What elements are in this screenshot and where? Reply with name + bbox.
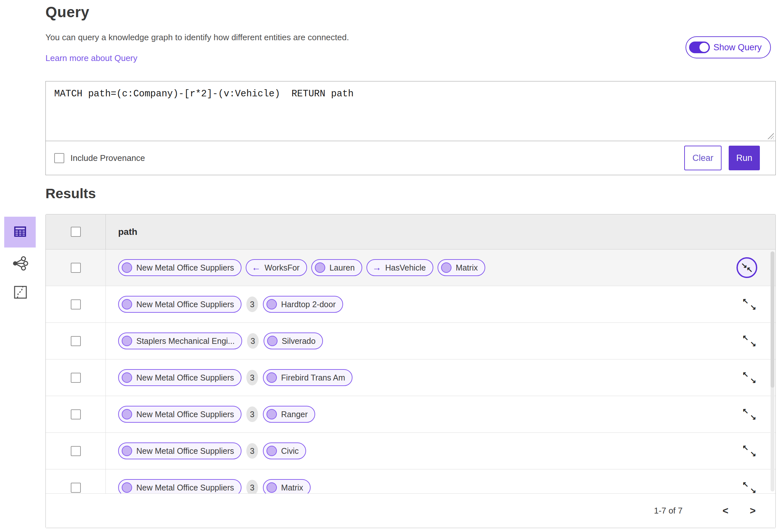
- node-pill[interactable]: Matrix: [437, 259, 485, 276]
- query-page: Query You can query a knowledge graph to…: [0, 0, 779, 532]
- node-pill[interactable]: Staplers Mechanical Engi...: [118, 332, 242, 349]
- table-row[interactable]: New Metal Office Suppliers 3 Matrix ↖ ↘: [46, 469, 775, 493]
- arrow-nw-icon: ↖: [742, 334, 748, 342]
- table-row[interactable]: New Metal Office Suppliers ← WorksFor La…: [46, 250, 775, 286]
- table-row[interactable]: New Metal Office Suppliers 3 Civic ↖ ↘: [46, 433, 775, 469]
- path-cell: Staplers Mechanical Engi... 3 Silverado …: [106, 323, 775, 359]
- node-pill[interactable]: Civic: [263, 443, 306, 459]
- expand-row-button[interactable]: ↖ ↘: [742, 406, 757, 422]
- arrow-right-icon: →: [372, 263, 381, 272]
- node-icon: [122, 262, 132, 273]
- graph-view-button[interactable]: [11, 255, 29, 273]
- pagination-range: 1-7 of 7: [654, 506, 682, 516]
- map-icon: [13, 284, 28, 302]
- row-checkbox-cell: [46, 396, 106, 433]
- row-checkbox-cell: [46, 250, 106, 286]
- pill-label: New Metal Office Suppliers: [136, 483, 234, 492]
- table-row[interactable]: New Metal Office Suppliers 3 Ranger ↖ ↘: [46, 396, 775, 433]
- node-pill[interactable]: New Metal Office Suppliers: [118, 296, 241, 313]
- count-badge[interactable]: 3: [246, 480, 258, 493]
- show-query-label: Show Query: [713, 43, 762, 53]
- table-body: New Metal Office Suppliers ← WorksFor La…: [46, 250, 775, 493]
- table-row[interactable]: New Metal Office Suppliers 3 Firebird Tr…: [46, 359, 775, 396]
- table-icon: [14, 225, 26, 239]
- include-provenance-checkbox[interactable]: [54, 153, 64, 163]
- expand-row-button[interactable]: ↖ ↘: [742, 296, 757, 312]
- node-pill[interactable]: Ranger: [263, 406, 315, 423]
- node-icon: [122, 336, 132, 346]
- table-scrollbar[interactable]: [771, 251, 774, 491]
- select-all-cell: [46, 214, 106, 249]
- count-badge[interactable]: 3: [247, 333, 259, 349]
- pill-label: Civic: [281, 446, 299, 456]
- path-cell: New Metal Office Suppliers 3 Civic ↖ ↘: [106, 433, 775, 469]
- row-checkbox[interactable]: [71, 373, 81, 383]
- node-icon: [267, 336, 278, 346]
- node-pill[interactable]: New Metal Office Suppliers: [118, 479, 241, 493]
- show-query-toggle[interactable]: Show Query: [685, 36, 771, 58]
- chevron-left-icon: <: [723, 505, 728, 517]
- node-pill[interactable]: New Metal Office Suppliers: [118, 259, 241, 276]
- edge-pill[interactable]: ← WorksFor: [246, 259, 307, 276]
- scrollbar-thumb[interactable]: [771, 251, 774, 388]
- table-row[interactable]: Staplers Mechanical Engi... 3 Silverado …: [46, 323, 775, 359]
- expand-row-button[interactable]: ↖ ↘: [742, 370, 757, 385]
- count-badge[interactable]: 3: [246, 443, 258, 459]
- count-badge[interactable]: 3: [246, 296, 258, 312]
- table-row[interactable]: New Metal Office Suppliers 3 Hardtop 2-d…: [46, 286, 775, 323]
- row-checkbox[interactable]: [71, 483, 81, 493]
- arrow-nw-icon: ↖: [742, 481, 748, 488]
- collapse-row-button[interactable]: ↘ ↖: [736, 257, 757, 278]
- count-badge[interactable]: 3: [246, 406, 258, 422]
- row-checkbox-cell: [46, 286, 106, 322]
- node-pill[interactable]: Firebird Trans Am: [263, 369, 353, 386]
- pill-label: Matrix: [456, 263, 478, 272]
- expand-row-button[interactable]: ↖ ↘: [742, 443, 757, 459]
- resize-handle-icon[interactable]: [767, 132, 774, 139]
- row-checkbox[interactable]: [71, 409, 81, 419]
- query-actions: Clear Run: [684, 146, 760, 170]
- arrow-nw-icon: ↖: [742, 297, 748, 305]
- query-text: MATCH path=(c:Company)-[r*2]-(v:Vehicle)…: [54, 88, 354, 99]
- row-checkbox[interactable]: [71, 336, 81, 346]
- pagination-next-button[interactable]: >: [745, 504, 760, 518]
- row-checkbox[interactable]: [71, 300, 81, 310]
- count-badge[interactable]: 3: [246, 370, 258, 385]
- arrow-se-icon: ↘: [750, 377, 756, 384]
- select-all-checkbox[interactable]: [71, 227, 81, 237]
- table-footer: 1-7 of 7 < >: [46, 493, 775, 528]
- arrow-nw-icon: ↖: [742, 444, 748, 452]
- pill-label: Ranger: [281, 410, 308, 419]
- column-header-path: path: [106, 214, 775, 249]
- row-checkbox-cell: [46, 359, 106, 396]
- page-title: Query: [46, 3, 89, 21]
- node-pill[interactable]: Silverado: [263, 332, 323, 349]
- arrow-nw-icon: ↖: [742, 407, 748, 415]
- node-pill[interactable]: Matrix: [263, 479, 311, 493]
- node-pill[interactable]: New Metal Office Suppliers: [118, 369, 241, 386]
- node-icon: [122, 299, 132, 310]
- row-checkbox[interactable]: [71, 263, 81, 273]
- pill-label: New Metal Office Suppliers: [136, 446, 234, 456]
- include-provenance-label: Include Provenance: [70, 153, 145, 163]
- row-checkbox[interactable]: [71, 446, 81, 456]
- table-view-button[interactable]: [4, 217, 36, 248]
- expand-row-button[interactable]: ↖ ↘: [742, 480, 757, 493]
- expand-row-button[interactable]: ↖ ↘: [742, 333, 757, 349]
- node-pill[interactable]: New Metal Office Suppliers: [118, 406, 241, 423]
- node-icon: [315, 262, 325, 273]
- pill-label: Lauren: [329, 263, 355, 272]
- node-pill[interactable]: Lauren: [311, 259, 362, 276]
- edge-pill[interactable]: → HasVehicle: [366, 259, 433, 276]
- path-cell: New Metal Office Suppliers ← WorksFor La…: [106, 250, 775, 286]
- node-pill[interactable]: New Metal Office Suppliers: [118, 443, 241, 459]
- pill-label: Matrix: [281, 483, 303, 492]
- clear-button[interactable]: Clear: [684, 146, 722, 170]
- pagination-prev-button[interactable]: <: [718, 504, 733, 518]
- map-view-button[interactable]: [12, 285, 28, 301]
- node-pill[interactable]: Hardtop 2-door: [263, 296, 343, 313]
- run-button[interactable]: Run: [729, 146, 760, 170]
- arrow-left-icon: ←: [251, 263, 261, 272]
- query-input[interactable]: MATCH path=(c:Company)-[r*2]-(v:Vehicle)…: [46, 81, 775, 141]
- learn-more-link[interactable]: Learn more about Query: [46, 53, 137, 63]
